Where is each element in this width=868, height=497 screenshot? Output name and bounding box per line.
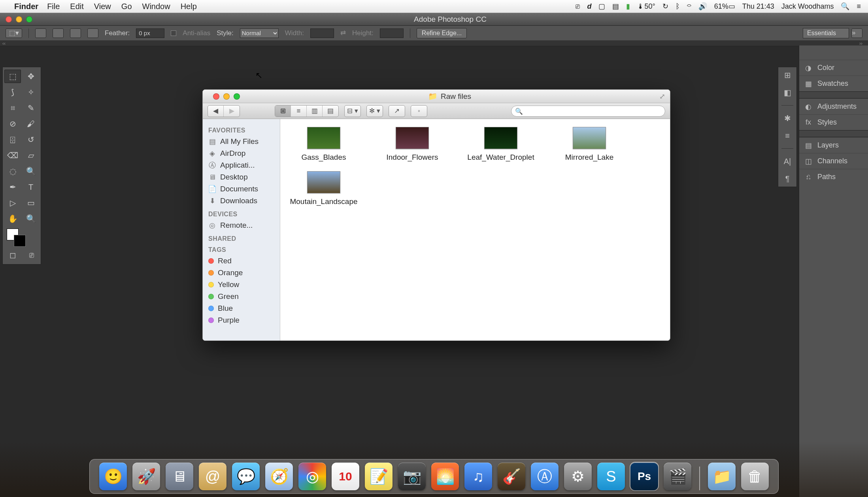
panel-tab-paths[interactable]: ⎌Paths	[799, 169, 868, 185]
dock-app-imovie[interactable]: 🎬	[664, 463, 691, 490]
airplay-icon[interactable]: ▢	[598, 2, 605, 11]
clock[interactable]: Thu 21:43	[742, 2, 774, 11]
icon-view-button[interactable]: ⊞	[275, 106, 291, 117]
blur-tool[interactable]: ◌	[4, 164, 21, 178]
dock-app-calendar[interactable]: 10	[332, 463, 359, 490]
sidebar-tag-yellow[interactable]: Yellow	[208, 279, 275, 291]
panel-tab-color[interactable]: ◑Color	[799, 60, 868, 76]
sidebar-item-downloads[interactable]: ⬇Downloads	[208, 195, 275, 207]
search-input[interactable]	[511, 106, 665, 117]
panel-tab-layers[interactable]: ▤Layers	[799, 137, 868, 153]
dock-app-itunes[interactable]: ♫	[464, 463, 492, 490]
menubar-app-name[interactable]: Finder	[14, 2, 38, 11]
height-input[interactable]	[380, 28, 404, 38]
history-brush-tool[interactable]: ↺	[23, 133, 39, 146]
type-tool[interactable]: T	[23, 180, 39, 194]
panel-icon[interactable]: ¶	[782, 174, 793, 183]
eraser-tool[interactable]: ⌫	[4, 149, 21, 162]
collapse-left-icon[interactable]: ‹‹	[2, 41, 6, 46]
swap-icon[interactable]: ⇄	[340, 29, 346, 37]
screenmode-toggle[interactable]: ⎚	[29, 248, 34, 262]
sidebar-item-applications[interactable]: ⒶApplicati...	[208, 159, 275, 171]
dock-downloads[interactable]: 📁	[708, 463, 736, 490]
dock-app-finder[interactable]: 🙂	[99, 463, 127, 490]
brush-tool[interactable]: 🖌	[23, 117, 39, 130]
antialias-checkbox[interactable]	[171, 30, 176, 36]
hand-tool[interactable]: ✋	[4, 212, 21, 225]
panel-icon[interactable]: ✱	[782, 113, 793, 123]
menubar-extra-icon[interactable]: ▤	[612, 2, 619, 11]
panel-tab-adjustments[interactable]: ◐Adjustments	[799, 98, 868, 114]
crop-tool[interactable]: ⌗	[4, 101, 21, 115]
file-item[interactable]: Leaf_Water_Droplet	[465, 127, 536, 162]
battery-percent[interactable]: 61% ▭	[714, 2, 735, 11]
dock-app-iphoto[interactable]: 🌅	[431, 463, 459, 490]
dock-app-safari[interactable]: 🧭	[265, 463, 293, 490]
sidebar-tag-green[interactable]: Green	[208, 291, 275, 302]
sidebar-tag-orange[interactable]: Orange	[208, 267, 275, 279]
menu-view[interactable]: View	[94, 2, 111, 11]
minimize-button[interactable]	[16, 16, 22, 23]
menu-help[interactable]: Help	[181, 2, 197, 11]
battery-meter-icon[interactable]: ▮	[626, 2, 630, 11]
shape-tool[interactable]: ▭	[23, 196, 39, 210]
healing-brush-tool[interactable]: ⊘	[4, 117, 21, 130]
notification-center-icon[interactable]: ≡	[857, 2, 861, 11]
dock-app-mission-control[interactable]: 🖥	[166, 463, 193, 490]
dock-app-messages[interactable]: 💬	[232, 463, 260, 490]
arrange-button[interactable]: ⊟ ▾	[344, 105, 361, 117]
background-color[interactable]	[14, 235, 26, 247]
tool-preset-button[interactable]: ⬚▾	[6, 28, 22, 38]
dock-app-appstore[interactable]: Ⓐ	[531, 463, 559, 490]
temperature[interactable]: 🌡50°	[637, 2, 655, 11]
dock-app-mail[interactable]: @	[199, 463, 226, 490]
move-tool[interactable]: ✥	[23, 70, 39, 83]
share-button[interactable]: ↗	[389, 105, 405, 117]
bluetooth-icon[interactable]: ᛒ	[676, 2, 680, 11]
selection-subtract-icon[interactable]	[70, 28, 81, 38]
dock-app-photoshop[interactable]: Ps	[630, 463, 658, 490]
close-button[interactable]	[213, 93, 219, 100]
feather-input[interactable]	[136, 28, 164, 38]
path-select-tool[interactable]: ▷	[4, 196, 21, 210]
zoom-tool[interactable]: 🔍	[23, 212, 39, 225]
dock-app-launchpad[interactable]: 🚀	[132, 463, 160, 490]
sidebar-tag-purple[interactable]: Purple	[208, 314, 275, 326]
column-view-button[interactable]: ▥	[307, 106, 323, 117]
pen-tool[interactable]: ✒	[4, 180, 21, 194]
sidebar-item-documents[interactable]: 📄Documents	[208, 183, 275, 195]
tags-button[interactable]: ◦	[411, 105, 427, 117]
magic-wand-tool[interactable]: ✧	[23, 85, 39, 99]
selection-new-icon[interactable]	[35, 28, 46, 38]
lasso-tool[interactable]: ⟆	[4, 85, 21, 99]
zoom-button[interactable]	[26, 16, 32, 23]
refine-edge-button[interactable]: Refine Edge...	[417, 28, 467, 38]
file-item[interactable]: Moutain_Landscape	[288, 171, 359, 206]
dock-app-skype[interactable]: S	[597, 463, 625, 490]
file-item[interactable]: Indoor_Flowers	[377, 127, 448, 162]
panel-tab-channels[interactable]: ◫Channels	[799, 153, 868, 169]
sidebar-item-airdrop[interactable]: ◈AirDrop	[208, 147, 275, 159]
menu-go[interactable]: Go	[121, 2, 132, 11]
dock-app-notes[interactable]: 📝	[365, 463, 392, 490]
menu-window[interactable]: Window	[142, 2, 170, 11]
sidebar-tag-red[interactable]: Red	[208, 255, 275, 267]
zoom-button[interactable]	[234, 93, 240, 100]
finder-titlebar[interactable]: 📁 Raw files ⤢	[203, 90, 670, 103]
quickmask-toggle[interactable]: ◻	[9, 248, 16, 262]
clone-stamp-tool[interactable]: ⌹	[4, 133, 21, 146]
dock-app-chrome[interactable]: ◎	[298, 463, 326, 490]
dock-app-garageband[interactable]: 🎸	[498, 463, 525, 490]
spotlight-icon[interactable]: 🔍	[841, 2, 849, 11]
dodge-tool[interactable]: 🔍	[23, 164, 39, 178]
file-item[interactable]: Gass_Blades	[288, 127, 359, 162]
selection-intersect-icon[interactable]	[87, 28, 98, 38]
menu-edit[interactable]: Edit	[70, 2, 83, 11]
panel-tab-swatches[interactable]: ▦Swatches	[799, 76, 868, 91]
selection-add-icon[interactable]	[53, 28, 64, 38]
back-button[interactable]: ◀	[208, 106, 224, 117]
panel-tab-styles[interactable]: fxStyles	[799, 114, 868, 130]
action-button[interactable]: ✻ ▾	[366, 105, 383, 117]
sidebar-item-allmyfiles[interactable]: ▤All My Files	[208, 136, 275, 147]
sidebar-item-desktop[interactable]: 🖥Desktop	[208, 171, 275, 183]
